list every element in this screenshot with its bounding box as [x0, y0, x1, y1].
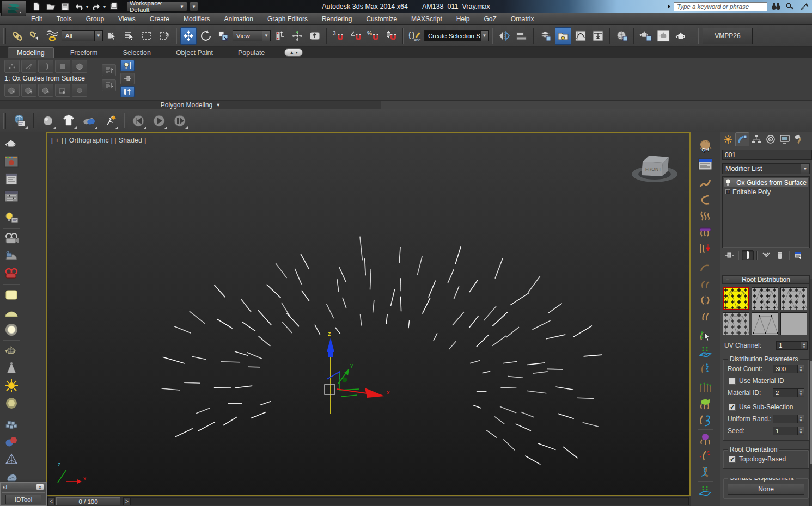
isolate-selection-button[interactable] [120, 86, 135, 97]
vray-light-lister-icon[interactable] [2, 209, 21, 226]
vray-mesh-light-icon[interactable] [2, 342, 21, 360]
skeleton-tool-icon[interactable] [101, 112, 119, 130]
root-count-spinner[interactable]: ▲▼ [798, 365, 804, 373]
keyboard-shortcut-override-button[interactable] [307, 27, 323, 45]
cloth-shirt-icon[interactable] [59, 112, 78, 130]
vray-sphere-light-icon[interactable] [2, 321, 21, 338]
menu-item-edit[interactable]: Edit [24, 13, 50, 25]
strand-curling-icon[interactable] [696, 260, 715, 276]
transform-gizmo[interactable]: z y x [317, 329, 442, 427]
redo-dropdown-arrow[interactable]: ▾ [103, 4, 106, 9]
vray-plane-light-icon[interactable] [2, 286, 21, 304]
stack-row-editable-poly[interactable]: + Editable Poly [724, 187, 808, 196]
distribution-mode-none-button[interactable] [780, 312, 807, 335]
reference-coordinate-dropdown[interactable]: View ▼ [233, 30, 271, 41]
distribution-mode-random-face-button[interactable] [723, 312, 749, 335]
previous-modifier-button[interactable] [102, 64, 116, 76]
distribution-mode-random-area-button[interactable] [780, 287, 807, 310]
toolbar-grip[interactable] [698, 28, 700, 44]
toolbar-grip[interactable] [3, 113, 6, 129]
hierarchy-tab[interactable] [749, 132, 764, 146]
menu-item-goz[interactable]: GoZ [477, 13, 503, 25]
modify-mode-button-5[interactable] [72, 84, 87, 97]
undo-button[interactable] [73, 1, 85, 12]
ribbon-tab-modeling[interactable]: Modeling [8, 47, 54, 58]
hair-from-mesh-strips-icon[interactable] [696, 483, 715, 499]
modify-tab[interactable] [735, 132, 749, 146]
modifier-list-dropdown[interactable]: Modifier List ▼ [722, 163, 810, 174]
time-slider-track[interactable] [131, 497, 689, 505]
quick-hair-icon[interactable]: QH [696, 134, 715, 156]
vray-ambient-light-icon[interactable] [2, 394, 21, 412]
viewport-label[interactable]: [ + ] [ Orthographic ] [ Shaded ] [51, 137, 146, 144]
select-and-link-button[interactable] [9, 27, 26, 45]
previous-frame-button[interactable]: < [47, 497, 55, 505]
viewport[interactable]: [ + ] [ Orthographic ] [ Shaded ] FRONT … [46, 132, 691, 496]
strand-frizz-icon[interactable] [696, 276, 715, 292]
vray-dome-light-icon[interactable] [2, 304, 21, 321]
modify-mode-button-1[interactable] [4, 84, 20, 97]
idtool-button[interactable]: IDTool [5, 495, 41, 504]
sim-step-button[interactable] [170, 112, 189, 130]
strand-symmetry-icon[interactable] [696, 292, 715, 308]
chevron-down-icon[interactable]: ▼ [480, 31, 488, 41]
manage-layers-button[interactable] [538, 27, 554, 45]
infocenter-collapse-arrow[interactable] [668, 4, 670, 9]
create-tab[interactable] [721, 132, 735, 146]
surface-displacement-none-button[interactable]: None [728, 484, 804, 495]
make-unique-button[interactable] [760, 250, 772, 260]
search-binoculars-icon[interactable] [771, 2, 782, 11]
next-modifier-button[interactable] [102, 79, 116, 91]
vray-dome-camera-icon[interactable] [2, 248, 21, 265]
root-distribution-rollout-header[interactable]: − Root Distribution [722, 275, 810, 284]
redo-button[interactable] [90, 1, 102, 12]
subobject-edge-button[interactable] [21, 60, 36, 73]
utilities-tab[interactable] [792, 132, 806, 146]
menu-item-rendering[interactable]: Rendering [315, 13, 359, 25]
toolbar-grip[interactable] [3, 28, 6, 44]
snaps-toggle-button[interactable]: 3 [331, 27, 347, 45]
menu-item-animation[interactable]: Animation [217, 13, 260, 25]
tube-tool-icon[interactable] [80, 112, 99, 130]
select-and-move-button[interactable] [180, 27, 197, 45]
distribution-mode-uniform-button[interactable] [723, 287, 749, 310]
distribution-mode-random-uv-button[interactable] [752, 287, 778, 310]
uniform-rand-spinner[interactable]: ▲▼ [798, 415, 804, 423]
modify-mode-button-2[interactable] [21, 84, 36, 97]
vmpp26-button[interactable]: VMPP26 [703, 28, 753, 44]
display-tab[interactable] [778, 132, 792, 146]
strand-clustering-icon[interactable] [696, 379, 715, 396]
sim-play-button[interactable] [150, 112, 168, 130]
material-id-field[interactable] [773, 388, 798, 397]
distribution-mode-per-vertex-button[interactable] [752, 312, 778, 335]
strand-multiplier-icon[interactable] [696, 308, 715, 325]
select-and-manipulate-button[interactable] [289, 27, 306, 45]
menu-item-maxscript[interactable]: MAXScript [404, 13, 449, 25]
selection-filter-dropdown[interactable]: All ▼ [62, 30, 103, 41]
use-material-id-checkbox[interactable] [729, 378, 736, 385]
sf-dialog[interactable]: sf x IDTool [0, 482, 47, 506]
subobject-element-button[interactable] [72, 60, 87, 73]
edit-named-selection-sets-button[interactable]: { }ABC [407, 27, 423, 45]
edit-guides-icon[interactable] [696, 328, 715, 344]
project-folder-button[interactable] [108, 1, 120, 12]
mirror-button[interactable] [496, 27, 512, 45]
close-icon[interactable]: x [36, 484, 44, 490]
curve-editor-button[interactable] [572, 27, 589, 45]
use-sub-selection-checkbox[interactable] [729, 404, 736, 411]
sphere-tool-icon[interactable] [39, 112, 57, 130]
command-panel-scrollbar[interactable] [809, 279, 812, 506]
uniform-rand-field[interactable] [773, 415, 798, 423]
edit-guides-comb-icon[interactable] [696, 224, 715, 240]
chevron-down-icon[interactable]: ▼ [262, 31, 270, 41]
spinner-snap-toggle-button[interactable] [383, 27, 399, 45]
subobject-polygon-button[interactable] [55, 60, 70, 73]
root-count-field[interactable] [773, 365, 798, 373]
time-slider-thumb[interactable]: 0 / 100 [56, 497, 120, 505]
viewcube[interactable]: FRONT [630, 145, 680, 186]
vray-proxy-icon[interactable] [2, 416, 21, 433]
workspace-extra-dropdown[interactable]: ▼ [190, 2, 198, 11]
modify-mode-button-3[interactable] [38, 84, 53, 97]
select-object-button[interactable] [104, 27, 120, 45]
hair-rendering-icon[interactable] [696, 464, 715, 480]
